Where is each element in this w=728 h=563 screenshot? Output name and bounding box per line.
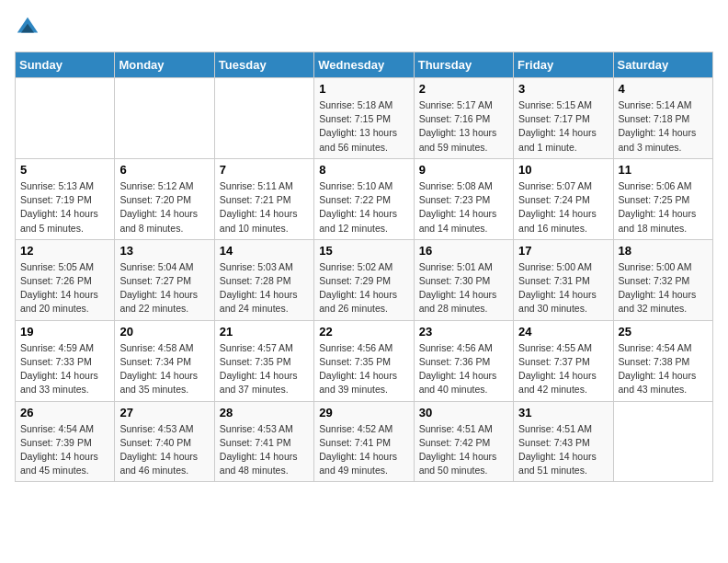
calendar-cell — [613, 401, 712, 482]
day-info: Sunrise: 4:57 AM Sunset: 7:35 PM Dayligh… — [220, 341, 309, 397]
calendar-cell: 10Sunrise: 5:07 AM Sunset: 7:24 PM Dayli… — [514, 158, 613, 239]
calendar-cell: 21Sunrise: 4:57 AM Sunset: 7:35 PM Dayli… — [214, 320, 313, 401]
day-info: Sunrise: 4:51 AM Sunset: 7:43 PM Dayligh… — [518, 422, 608, 478]
days-header-row: SundayMondayTuesdayWednesdayThursdayFrid… — [16, 52, 713, 78]
day-number: 14 — [220, 244, 309, 258]
calendar-cell: 3Sunrise: 5:15 AM Sunset: 7:17 PM Daylig… — [514, 78, 613, 159]
day-info: Sunrise: 4:55 AM Sunset: 7:37 PM Dayligh… — [518, 341, 608, 397]
day-info: Sunrise: 4:52 AM Sunset: 7:41 PM Dayligh… — [319, 422, 408, 478]
day-number: 25 — [619, 325, 708, 339]
column-header-tuesday: Tuesday — [214, 52, 313, 78]
calendar-cell: 18Sunrise: 5:00 AM Sunset: 7:32 PM Dayli… — [613, 239, 712, 320]
calendar-cell: 4Sunrise: 5:14 AM Sunset: 7:18 PM Daylig… — [613, 78, 712, 159]
day-number: 19 — [20, 325, 109, 339]
day-info: Sunrise: 5:00 AM Sunset: 7:32 PM Dayligh… — [619, 260, 708, 316]
day-number: 3 — [518, 82, 608, 96]
calendar-cell: 16Sunrise: 5:01 AM Sunset: 7:30 PM Dayli… — [414, 239, 513, 320]
calendar-cell: 20Sunrise: 4:58 AM Sunset: 7:34 PM Dayli… — [115, 320, 214, 401]
day-info: Sunrise: 4:59 AM Sunset: 7:33 PM Dayligh… — [20, 341, 109, 397]
calendar-week-row: 19Sunrise: 4:59 AM Sunset: 7:33 PM Dayli… — [16, 320, 713, 401]
calendar-cell: 5Sunrise: 5:13 AM Sunset: 7:19 PM Daylig… — [16, 158, 115, 239]
calendar-cell — [16, 78, 115, 159]
day-info: Sunrise: 5:03 AM Sunset: 7:28 PM Dayligh… — [220, 260, 309, 316]
calendar-cell: 14Sunrise: 5:03 AM Sunset: 7:28 PM Dayli… — [214, 239, 313, 320]
calendar-cell: 30Sunrise: 4:51 AM Sunset: 7:42 PM Dayli… — [414, 401, 513, 482]
calendar-cell: 2Sunrise: 5:17 AM Sunset: 7:16 PM Daylig… — [414, 78, 513, 159]
calendar-cell: 31Sunrise: 4:51 AM Sunset: 7:43 PM Dayli… — [514, 401, 613, 482]
day-info: Sunrise: 4:51 AM Sunset: 7:42 PM Dayligh… — [419, 422, 508, 478]
day-number: 4 — [619, 82, 708, 96]
calendar-cell: 6Sunrise: 5:12 AM Sunset: 7:20 PM Daylig… — [115, 158, 214, 239]
day-info: Sunrise: 5:11 AM Sunset: 7:21 PM Dayligh… — [220, 179, 309, 236]
column-header-saturday: Saturday — [613, 52, 712, 78]
column-header-wednesday: Wednesday — [314, 52, 414, 78]
day-number: 13 — [119, 244, 209, 258]
day-number: 17 — [518, 244, 608, 258]
day-info: Sunrise: 5:18 AM Sunset: 7:15 PM Dayligh… — [319, 98, 408, 155]
day-info: Sunrise: 5:17 AM Sunset: 7:16 PM Dayligh… — [419, 98, 508, 155]
day-number: 10 — [518, 163, 608, 177]
day-number: 27 — [119, 406, 209, 419]
day-info: Sunrise: 5:08 AM Sunset: 7:23 PM Dayligh… — [419, 179, 508, 236]
day-number: 30 — [419, 406, 508, 419]
day-number: 26 — [20, 406, 109, 419]
day-number: 16 — [419, 244, 508, 258]
calendar-cell: 13Sunrise: 5:04 AM Sunset: 7:27 PM Dayli… — [115, 239, 214, 320]
day-info: Sunrise: 5:01 AM Sunset: 7:30 PM Dayligh… — [419, 260, 508, 316]
calendar-cell: 26Sunrise: 4:54 AM Sunset: 7:39 PM Dayli… — [16, 401, 115, 482]
day-number: 1 — [319, 82, 408, 96]
calendar-cell: 29Sunrise: 4:52 AM Sunset: 7:41 PM Dayli… — [314, 401, 414, 482]
day-info: Sunrise: 5:00 AM Sunset: 7:31 PM Dayligh… — [518, 260, 608, 316]
calendar-cell: 15Sunrise: 5:02 AM Sunset: 7:29 PM Dayli… — [314, 239, 414, 320]
day-info: Sunrise: 5:12 AM Sunset: 7:20 PM Dayligh… — [119, 179, 209, 236]
calendar-cell: 27Sunrise: 4:53 AM Sunset: 7:40 PM Dayli… — [115, 401, 214, 482]
page-header — [15, 15, 713, 40]
calendar-week-row: 5Sunrise: 5:13 AM Sunset: 7:19 PM Daylig… — [16, 158, 713, 239]
calendar-cell: 12Sunrise: 5:05 AM Sunset: 7:26 PM Dayli… — [16, 239, 115, 320]
calendar-week-row: 1Sunrise: 5:18 AM Sunset: 7:15 PM Daylig… — [16, 78, 713, 159]
day-info: Sunrise: 5:13 AM Sunset: 7:19 PM Dayligh… — [20, 179, 109, 236]
calendar-cell: 25Sunrise: 4:54 AM Sunset: 7:38 PM Dayli… — [613, 320, 712, 401]
day-number: 23 — [419, 325, 508, 339]
day-number: 11 — [619, 163, 708, 177]
day-info: Sunrise: 4:56 AM Sunset: 7:35 PM Dayligh… — [319, 341, 408, 397]
day-number: 24 — [518, 325, 608, 339]
day-info: Sunrise: 5:10 AM Sunset: 7:22 PM Dayligh… — [319, 179, 408, 236]
day-info: Sunrise: 5:07 AM Sunset: 7:24 PM Dayligh… — [518, 179, 608, 236]
calendar-cell: 7Sunrise: 5:11 AM Sunset: 7:21 PM Daylig… — [214, 158, 313, 239]
calendar-cell: 9Sunrise: 5:08 AM Sunset: 7:23 PM Daylig… — [414, 158, 513, 239]
calendar-cell: 17Sunrise: 5:00 AM Sunset: 7:31 PM Dayli… — [514, 239, 613, 320]
calendar-week-row: 26Sunrise: 4:54 AM Sunset: 7:39 PM Dayli… — [16, 401, 713, 482]
day-number: 20 — [119, 325, 209, 339]
day-info: Sunrise: 5:14 AM Sunset: 7:18 PM Dayligh… — [619, 98, 708, 155]
day-number: 18 — [619, 244, 708, 258]
day-number: 9 — [419, 163, 508, 177]
day-number: 5 — [20, 163, 109, 177]
column-header-friday: Friday — [514, 52, 613, 78]
day-info: Sunrise: 4:53 AM Sunset: 7:41 PM Dayligh… — [220, 422, 309, 478]
day-info: Sunrise: 4:54 AM Sunset: 7:39 PM Dayligh… — [20, 422, 109, 478]
day-number: 21 — [220, 325, 309, 339]
day-number: 2 — [419, 82, 508, 96]
day-info: Sunrise: 4:56 AM Sunset: 7:36 PM Dayligh… — [419, 341, 508, 397]
day-number: 15 — [319, 244, 408, 258]
logo-icon — [15, 15, 40, 40]
day-info: Sunrise: 4:53 AM Sunset: 7:40 PM Dayligh… — [119, 422, 209, 478]
day-info: Sunrise: 4:54 AM Sunset: 7:38 PM Dayligh… — [619, 341, 708, 397]
day-number: 29 — [319, 406, 408, 419]
column-header-thursday: Thursday — [414, 52, 513, 78]
calendar-week-row: 12Sunrise: 5:05 AM Sunset: 7:26 PM Dayli… — [16, 239, 713, 320]
day-info: Sunrise: 4:58 AM Sunset: 7:34 PM Dayligh… — [119, 341, 209, 397]
logo — [15, 15, 44, 40]
day-number: 12 — [20, 244, 109, 258]
calendar-cell: 23Sunrise: 4:56 AM Sunset: 7:36 PM Dayli… — [414, 320, 513, 401]
calendar-cell: 11Sunrise: 5:06 AM Sunset: 7:25 PM Dayli… — [613, 158, 712, 239]
calendar-cell: 22Sunrise: 4:56 AM Sunset: 7:35 PM Dayli… — [314, 320, 414, 401]
day-number: 22 — [319, 325, 408, 339]
calendar-cell: 28Sunrise: 4:53 AM Sunset: 7:41 PM Dayli… — [214, 401, 313, 482]
day-number: 7 — [220, 163, 309, 177]
column-header-sunday: Sunday — [16, 52, 115, 78]
calendar-cell: 1Sunrise: 5:18 AM Sunset: 7:15 PM Daylig… — [314, 78, 414, 159]
calendar-cell — [115, 78, 214, 159]
day-info: Sunrise: 5:06 AM Sunset: 7:25 PM Dayligh… — [619, 179, 708, 236]
